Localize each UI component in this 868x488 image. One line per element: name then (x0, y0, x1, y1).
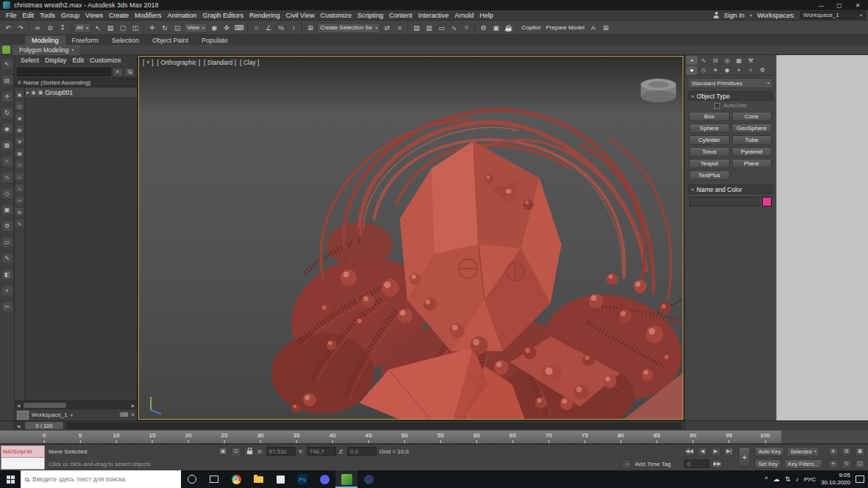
object-type-button[interactable]: Torus (689, 147, 730, 157)
toggle-ribbon-button[interactable]: ▭ (435, 22, 447, 34)
time-slider-track[interactable] (66, 423, 681, 429)
name-color-rollout[interactable]: ▾ Name and Color (688, 184, 773, 194)
select-object-button[interactable]: ↖ (92, 22, 104, 34)
selection-lock-icon[interactable] (244, 447, 255, 456)
scrollbar-thumb[interactable] (24, 403, 66, 408)
ribbon-tab[interactable]: Populate (195, 35, 235, 45)
dock-tool-icon[interactable]: ✂ (2, 302, 13, 312)
timeline-tick[interactable]: 50 (402, 432, 408, 439)
chevron-down-icon[interactable]: ▾ (71, 413, 73, 417)
taskbar-clock[interactable]: 9:05 30.10.2020 (821, 472, 850, 487)
timeline-tick[interactable]: 70 (546, 432, 552, 439)
select-link-button[interactable]: ∞ (32, 22, 43, 34)
select-manipulate-button[interactable]: ✜ (221, 22, 232, 34)
geometry-category-icon[interactable]: ● (686, 66, 697, 75)
keyboard-icon[interactable]: ⌨ (120, 412, 129, 418)
maxscript-white-row[interactable] (1, 458, 45, 470)
pan-icon[interactable]: ✛ (828, 459, 839, 469)
timeline-tick[interactable]: 40 (330, 432, 336, 439)
explorer-menu-item[interactable]: Customize (90, 57, 121, 64)
object-type-button[interactable]: Teapot (689, 159, 730, 168)
mirror-button[interactable]: ⇄ (381, 22, 393, 34)
dock-tool-icon[interactable]: ▤ (2, 76, 13, 85)
viewport-canvas[interactable] (139, 57, 683, 419)
helpers-category-icon[interactable]: ⌖ (733, 66, 744, 75)
workspace-label[interactable]: Workspace_1 (32, 412, 68, 418)
modeling-mode-icon[interactable] (2, 46, 10, 54)
rotate-button[interactable]: ↻ (159, 22, 171, 34)
maximize-button[interactable]: ▢ (832, 1, 847, 10)
shapes-category-icon[interactable]: ◇ (698, 66, 709, 75)
set-keys-button[interactable]: + (739, 447, 750, 467)
utilities-tab-icon[interactable]: ⚒ (745, 56, 756, 65)
expand-arrow-icon[interactable]: ▸ (26, 90, 29, 96)
explorer-display-icon[interactable]: ◇ (15, 173, 24, 180)
timeline-tick[interactable]: 80 (618, 432, 625, 439)
clear-search-icon[interactable]: ✕ (113, 68, 123, 76)
dock-tool-icon[interactable]: ◇ (2, 189, 13, 198)
menu-item[interactable]: Create (106, 12, 132, 19)
toggle-scene-explorer-button[interactable]: ▤ (410, 22, 422, 34)
schematic-view-button[interactable]: ⌗ (460, 22, 472, 34)
object-type-button[interactable]: Pyramid (732, 147, 772, 157)
display-tab-icon[interactable]: ▦ (733, 56, 744, 65)
time-tag-icon[interactable]: ◔ (622, 459, 632, 469)
render-production-button[interactable]: ☕ (502, 22, 514, 34)
menu-item[interactable]: Rendering (246, 12, 283, 19)
zoom-all-icon[interactable]: ⊞ (842, 447, 852, 456)
menu-item[interactable]: Scripting (355, 12, 386, 19)
timeline-tick[interactable]: 45 (366, 432, 372, 439)
menu-item[interactable]: Views (82, 12, 106, 19)
select-by-name-button[interactable]: ▤ (104, 22, 116, 34)
explorer-display-icon[interactable]: ▤ (15, 126, 24, 133)
spinner-snap-button[interactable]: ↕ (288, 22, 299, 34)
bind-spacewarp-button[interactable]: ↧ (57, 22, 68, 34)
timeline-tick[interactable]: 20 (185, 432, 192, 439)
taskbar-app-other[interactable] (357, 470, 380, 488)
key-mode-dropdown[interactable]: Selected ▾ (787, 447, 819, 456)
undo-button[interactable]: ↶ (2, 22, 14, 34)
taskbar-3dsmax[interactable] (335, 470, 357, 488)
dock-tool-icon[interactable]: ↖ (2, 60, 13, 69)
named-selection-dropdown[interactable]: Create Selection Se ▾ (317, 23, 380, 33)
object-type-button[interactable]: GeoSphere (732, 123, 772, 133)
workspace-select[interactable]: Workspace_1 ▾ (800, 11, 865, 19)
viewport-layout-tab[interactable] (17, 411, 29, 420)
color-swatch[interactable] (762, 197, 772, 207)
volume-icon[interactable]: ♪ (795, 476, 799, 483)
menu-item[interactable]: Group (58, 12, 82, 19)
object-type-rollout[interactable]: ▾ Object Type (688, 91, 773, 101)
dock-tool-icon[interactable]: ↻ (2, 108, 13, 118)
dock-tool-icon[interactable]: ⚙ (2, 221, 13, 231)
explorer-display-icon[interactable]: ▦ (15, 149, 24, 157)
prepare-model-button[interactable]: Prepare Model (544, 24, 586, 31)
taskbar-store[interactable] (269, 470, 291, 488)
motion-tab-icon[interactable]: ◎ (722, 56, 733, 65)
play-button[interactable]: ▶ (711, 447, 721, 456)
action-center-icon[interactable] (855, 476, 864, 483)
scroll-left-icon[interactable]: ◀ (15, 401, 22, 409)
explorer-display-icon[interactable]: ∿ (15, 184, 24, 192)
menu-item[interactable]: Interactive (415, 12, 452, 19)
y-coordinate-field[interactable]: 746,7 (307, 447, 336, 456)
dock-tool-icon[interactable]: ⌗ (2, 157, 13, 166)
timeline-tick[interactable]: 100 (760, 432, 769, 439)
dock-tool-icon[interactable]: ✎ (2, 254, 13, 263)
timeline-tick[interactable]: 35 (294, 432, 300, 439)
timeline-tick[interactable]: 95 (726, 432, 733, 439)
minimize-button[interactable]: — (814, 1, 828, 10)
explorer-column-header[interactable]: ≡ Name (Sorted Ascending) (15, 78, 137, 87)
object-type-button[interactable]: TextPlus (689, 171, 730, 180)
object-type-button[interactable]: Plane (732, 159, 772, 168)
explorer-menu-item[interactable]: Edit (73, 57, 85, 64)
lights-category-icon[interactable]: ☀ (710, 66, 721, 75)
viewport-standard-menu[interactable]: [ Standard ] (204, 59, 236, 66)
timeline-tick[interactable]: 10 (113, 432, 120, 439)
explorer-search-input[interactable] (17, 68, 111, 76)
explorer-display-icon[interactable]: ⌗ (15, 161, 24, 168)
timeline-tick[interactable]: 15 (149, 432, 156, 439)
systems-category-icon[interactable]: ⚙ (757, 66, 768, 75)
menu-item[interactable]: Animation (164, 12, 199, 19)
menu-item[interactable]: Content (386, 12, 416, 19)
curve-editor-button[interactable]: ∿ (448, 22, 460, 34)
